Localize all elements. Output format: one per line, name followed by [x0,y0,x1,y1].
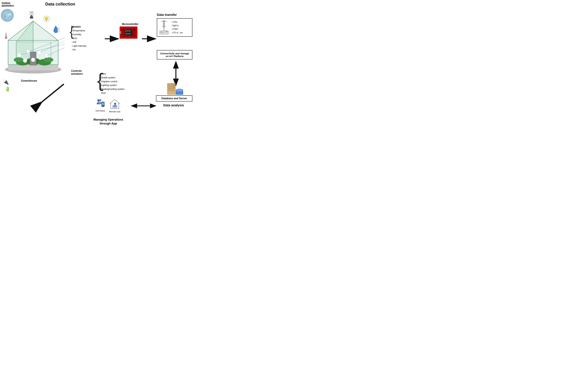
sensor-item-2: - CO2 [71,36,103,40]
svg-rect-49 [125,30,132,35]
sensor-item-5: - PH [71,48,103,52]
greenhouse-label: Greenhouse [21,79,37,129]
data-transfer-title: Data transfer [157,13,193,17]
sensors-list: - Temperature - Humidity - CO2 - Soil - … [71,29,103,52]
arrow-mcu-to-data-transfer [142,36,158,42]
svg-rect-93 [102,102,104,105]
svg-rect-66 [166,31,168,32]
managing-icons: Cell Phone Remote User [87,98,129,113]
greenhouse-illustration [3,5,65,75]
data-transfer-box: - LoRa - SigFox - LPWA - LTE-m...ect [157,18,193,37]
sensor-item-0: - Temperature [71,29,103,33]
actuators-list: Fans Shade system Irrigation control Lig… [101,72,124,95]
svg-rect-54 [127,33,128,34]
transfer-list: - LoRa - SigFox - LPWA - LTE-m...ect [171,20,183,34]
svg-point-94 [103,106,103,106]
svg-point-27 [44,57,53,62]
svg-point-83 [173,89,174,90]
data-analysis-label: Data analysis [163,103,184,107]
arrow-connectivity-to-db [174,64,178,83]
svg-rect-59 [134,35,135,36]
sensors-box: Sensors - Temperature - Humidity - CO2 -… [71,25,103,52]
cell-phone-group: Cell Phone [96,98,105,113]
svg-rect-99 [114,108,116,109]
transfer-item-0: - LoRa [171,20,183,24]
sensor-item-1: - Humidity [71,33,103,36]
svg-rect-65 [162,31,164,33]
actuator-item-1: Shade system [101,76,124,80]
microcontroller-image [120,26,137,39]
svg-point-82 [173,87,174,88]
svg-point-34 [23,59,27,63]
svg-rect-60 [120,31,121,34]
actuator-item-4: Heating/cooling system [101,87,124,91]
remote-user-icon [108,98,121,110]
svg-point-87 [176,89,183,92]
svg-rect-51 [127,30,128,31]
svg-rect-57 [133,29,135,30]
db-server-label: Database and Server [161,97,187,100]
data-transfer-section: Data transfer [157,13,193,37]
sensor-item-3: - Soil [71,40,103,44]
arrow-managing-to-db [131,103,157,108]
db-server-box: Database and Server [156,95,193,101]
managing-operations-section: Cell Phone Remote User [87,98,129,125]
sensor-item-4: - Light intensity [71,44,103,48]
remote-user-label: Remote User [108,110,121,113]
transfer-item-1: - SigFox [171,24,183,27]
svg-rect-55 [129,33,130,34]
svg-rect-64 [160,31,162,33]
svg-rect-53 [125,33,127,34]
cell-tower-icon [159,20,169,35]
actuator-item-0: Fans [101,72,124,76]
svg-point-96 [114,103,116,105]
svg-point-33 [31,58,35,62]
actuator-item-2: Irrigation control [101,80,124,84]
microcontroller-section: Microcontroller [120,23,141,39]
soil-probe-icon: 🔌 [3,79,9,85]
svg-rect-47 [120,27,137,38]
controls-section: Controls actuators [71,70,97,76]
sensors-title: Sensors [71,25,103,28]
arrow-sensors-to-microcontroller [105,36,121,42]
svg-rect-56 [122,29,124,30]
actuator-item-5: Door [101,91,124,95]
svg-point-91 [99,99,101,101]
svg-rect-48 [121,28,136,37]
connectivity-box: Connectivity and storage on IoT Platform [157,50,193,60]
svg-rect-58 [122,35,123,36]
svg-rect-17 [8,65,58,70]
remote-user-group: Remote User [108,98,121,113]
svg-line-89 [42,84,64,102]
cell-phone-icon [96,98,105,109]
cell-phone-label: Cell Phone [96,110,105,112]
moisture-probe-icon: 🔋 [5,87,10,92]
diagram-container: Data collection Outdoor parameters 🌡️🌧️ … [0,0,194,129]
svg-rect-52 [129,30,130,31]
actuator-item-3: Lighting system [101,83,124,87]
svg-point-81 [173,85,174,86]
managing-title: Managing Operations through App [87,114,129,125]
controls-title: Controls actuators [71,70,97,75]
microcontroller-title: Microcontroller [120,23,141,25]
svg-rect-50 [125,30,127,31]
transfer-item-3: - LTE-m...ect [171,31,183,34]
transfer-item-2: - LPWA [171,27,183,31]
arrow-actuators-to-greenhouse [39,83,65,103]
svg-point-26 [14,57,23,62]
